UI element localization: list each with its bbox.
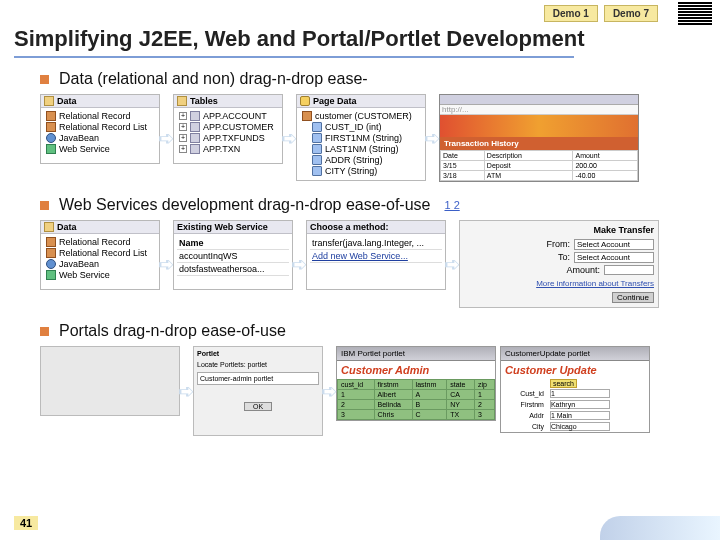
to-label: To: (558, 252, 570, 263)
slide-title: Simplifying J2EE, Web and Portal/Portlet… (14, 26, 585, 52)
tables-panel-title: Tables (190, 96, 218, 106)
ibm-logo (678, 2, 712, 25)
record-icon (46, 122, 56, 132)
record-item[interactable]: customer (CUSTOMER) (315, 111, 412, 121)
bullet-1: Data (relational and non) drag-n-drop ea… (40, 70, 710, 88)
data-item[interactable]: Web Service (59, 270, 110, 280)
choose-method-panel: Choose a method: transfer(java.lang.Inte… (306, 220, 446, 290)
data-item[interactable]: JavaBean (59, 133, 99, 143)
from-select[interactable]: Select Account (574, 239, 654, 250)
bullet-icon (40, 75, 49, 84)
method-row[interactable]: transfer(java.lang.Integer, ... (310, 237, 442, 250)
field-label: Firstnm (501, 399, 547, 410)
field-input[interactable]: Kathryn (550, 400, 610, 409)
info-link[interactable]: More information about Transfers (464, 279, 654, 288)
bullet-1-text: Data (relational and non) drag-n-drop ea… (59, 70, 368, 88)
section-1-panels: Data Relational Record Relational Record… (40, 94, 710, 182)
ws-col-header: Name (177, 237, 289, 250)
section-3-panels: ➪ Portlet Locate Portlets: portlet Custo… (40, 346, 710, 436)
column-item[interactable]: CUST_ID (int) (325, 122, 382, 132)
column-icon (312, 122, 322, 132)
method-title: Choose a method: (307, 221, 445, 234)
bullet-3-text: Portals drag-n-drop ease-of-use (59, 322, 286, 340)
data-panel-2: Data Relational Record Relational Record… (40, 220, 160, 290)
top-bar: Demo 1 Demo 7 (536, 0, 720, 27)
folder-icon (177, 96, 187, 106)
field-input[interactable]: Chicago (550, 422, 610, 431)
data-panel-title: Data (57, 222, 77, 232)
data-item[interactable]: Web Service (59, 144, 110, 154)
bean-icon (46, 133, 56, 143)
portal-designer (40, 346, 180, 416)
browser-address: http://... (440, 105, 638, 115)
column-item[interactable]: LAST1NM (String) (325, 144, 399, 154)
demo-links[interactable]: 1 2 (444, 199, 459, 211)
demo-7-button[interactable]: Demo 7 (604, 5, 658, 22)
ws-row[interactable]: accountInqWS (177, 250, 289, 263)
dlg-opt[interactable]: Locate Portlets: portlet (197, 361, 319, 368)
column-icon (312, 144, 322, 154)
column-icon (312, 166, 322, 176)
browser-breadcrumb: Transaction History (440, 137, 638, 150)
add-ws-link[interactable]: Add new Web Service... (310, 250, 442, 263)
slide-number: 41 (14, 516, 38, 530)
pagedata-panel: Page Data customer (CUSTOMER) CUST_ID (i… (296, 94, 426, 181)
bean-icon (46, 259, 56, 269)
dlg-opt[interactable]: Customer-admin portlet (197, 372, 319, 385)
bullet-2-text: Web Services development drag-n-drop eas… (59, 196, 430, 214)
bullet-2: Web Services development drag-n-drop eas… (40, 196, 710, 214)
continue-button[interactable]: Continue (612, 292, 654, 303)
folder-icon (44, 96, 54, 106)
data-item[interactable]: Relational Record (59, 111, 131, 121)
portlet-dialog: Portlet Locate Portlets: portlet Custome… (193, 346, 323, 436)
column-item[interactable]: ADDR (String) (325, 155, 383, 165)
table-item[interactable]: APP.TXFUNDS (203, 133, 265, 143)
field-label: Addr (501, 410, 547, 421)
record-icon (302, 111, 312, 121)
expand-icon[interactable]: + (179, 123, 187, 131)
field-input[interactable]: 1 (550, 389, 610, 398)
record-icon (46, 111, 56, 121)
browser-preview: http://... Transaction History DateDescr… (439, 94, 639, 182)
webservice-icon (46, 144, 56, 154)
data-item[interactable]: Relational Record List (59, 122, 147, 132)
record-icon (46, 237, 56, 247)
amount-label: Amount: (566, 265, 600, 275)
pagedata-title: Page Data (313, 96, 357, 106)
bullet-icon (40, 327, 49, 336)
amount-input[interactable] (604, 265, 654, 275)
ws-row[interactable]: dotsfastweathersoa... (177, 263, 289, 276)
column-icon (312, 133, 322, 143)
table-item[interactable]: APP.CUSTOMER (203, 122, 274, 132)
field-input[interactable]: 1 Main (550, 411, 610, 420)
ok-button[interactable]: OK (244, 402, 272, 411)
customer-update-portlet: CustomerUpdate portlet Customer Update s… (500, 346, 650, 433)
dlg-title: Portlet (197, 350, 319, 357)
table-icon (190, 111, 200, 121)
demo-1-button[interactable]: Demo 1 (544, 5, 598, 22)
column-item[interactable]: CITY (String) (325, 166, 377, 176)
transaction-table: DateDescriptionAmount 3/15Deposit200.00 … (440, 150, 638, 181)
data-item[interactable]: Relational Record (59, 237, 131, 247)
table-icon (190, 122, 200, 132)
portlet-head: IBM Portlet portlet (337, 347, 495, 361)
table-item[interactable]: APP.TXN (203, 144, 240, 154)
column-icon (312, 155, 322, 165)
data-item[interactable]: JavaBean (59, 259, 99, 269)
search-box[interactable]: search (550, 379, 577, 388)
record-icon (46, 248, 56, 258)
column-item[interactable]: FIRST1NM (String) (325, 133, 402, 143)
customer-admin-portlet: IBM Portlet portlet Customer Admin cust_… (336, 346, 496, 421)
expand-icon[interactable]: + (179, 145, 187, 153)
table-item[interactable]: APP.ACCOUNT (203, 111, 267, 121)
expand-icon[interactable]: + (179, 112, 187, 120)
table-icon (190, 133, 200, 143)
existing-ws-title: Existing Web Service (174, 221, 292, 234)
transfer-form: Make Transfer From:Select Account To:Sel… (459, 220, 659, 308)
expand-icon[interactable]: + (179, 134, 187, 142)
data-panel-title: Data (57, 96, 77, 106)
footer-decoration (600, 516, 720, 540)
tables-panel: Tables +APP.ACCOUNT +APP.CUSTOMER +APP.T… (173, 94, 283, 164)
data-item[interactable]: Relational Record List (59, 248, 147, 258)
to-select[interactable]: Select Account (574, 252, 654, 263)
